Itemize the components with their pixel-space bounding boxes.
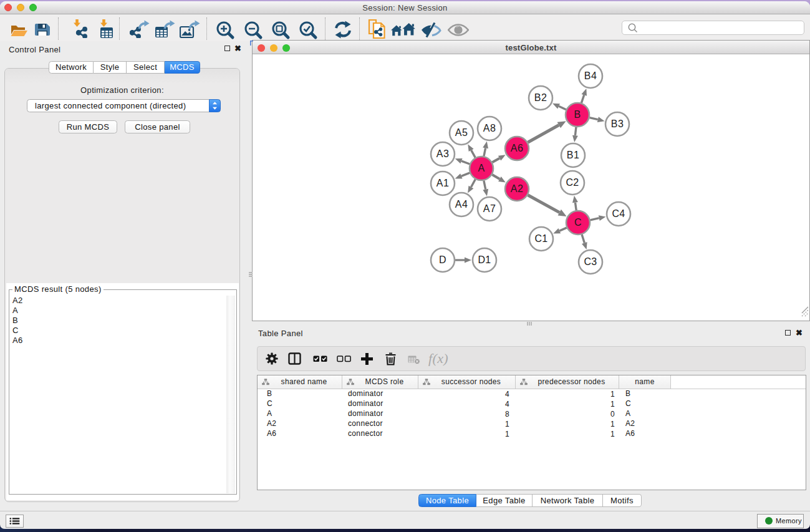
svg-text:A3: A3: [436, 148, 449, 159]
svg-text:A2: A2: [511, 183, 523, 194]
svg-text:A5: A5: [455, 127, 468, 138]
svg-text:A4: A4: [455, 199, 468, 210]
svg-text:B2: B2: [534, 92, 547, 103]
svg-text:B1: B1: [567, 150, 579, 160]
svg-text:C: C: [574, 217, 582, 228]
svg-text:C3: C3: [584, 256, 597, 267]
svg-text:A1: A1: [436, 178, 449, 188]
svg-text:A: A: [478, 163, 485, 173]
svg-text:B3: B3: [611, 118, 624, 129]
svg-text:B4: B4: [584, 70, 597, 81]
svg-text:C2: C2: [566, 177, 579, 188]
svg-text:C1: C1: [534, 233, 547, 244]
svg-text:D: D: [439, 254, 446, 265]
svg-text:D1: D1: [478, 254, 491, 265]
svg-text:B: B: [574, 109, 581, 120]
svg-text:A6: A6: [511, 143, 523, 153]
svg-text:C4: C4: [612, 208, 625, 219]
svg-text:A7: A7: [483, 203, 496, 214]
svg-text:A8: A8: [483, 123, 496, 133]
